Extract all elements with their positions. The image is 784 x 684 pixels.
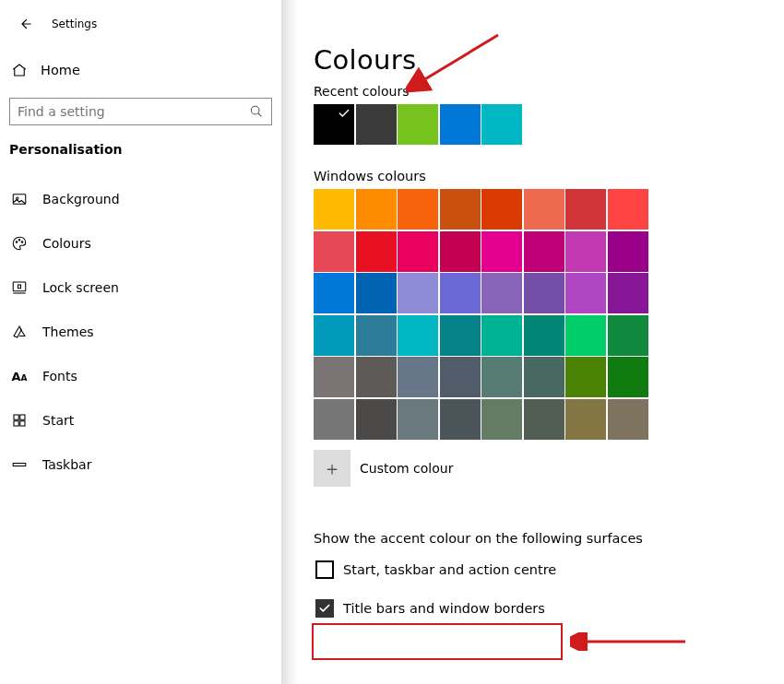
windows-colour-swatch[interactable] [356, 231, 397, 272]
recent-colour-swatch[interactable] [398, 104, 438, 145]
home-icon [11, 62, 28, 78]
svg-point-2 [17, 197, 18, 199]
windows-colour-swatch[interactable] [440, 315, 481, 356]
windows-colour-swatch[interactable] [314, 357, 354, 397]
windows-colour-swatch[interactable] [608, 189, 648, 230]
windows-colour-swatch[interactable] [440, 231, 481, 272]
windows-colour-swatch[interactable] [565, 273, 606, 313]
nav-label: Taskbar [42, 457, 91, 472]
windows-colour-swatch[interactable] [481, 189, 522, 230]
svg-rect-7 [18, 285, 21, 289]
sidebar-item-fonts[interactable]: AAFonts [0, 354, 281, 398]
windows-colour-swatch[interactable] [356, 315, 397, 356]
windows-colour-swatch[interactable] [398, 399, 438, 440]
checkbox-start-label: Start, taskbar and action centre [343, 562, 556, 577]
sidebar-item-lock-screen[interactable]: Lock screen [0, 265, 281, 310]
fonts-icon: AA [11, 368, 28, 384]
windows-colour-swatch[interactable] [565, 231, 606, 272]
back-arrow-icon [17, 16, 33, 32]
svg-point-3 [16, 242, 18, 243]
windows-colour-swatch[interactable] [481, 399, 522, 440]
windows-colour-swatch[interactable] [565, 189, 606, 230]
windows-colour-swatch[interactable] [481, 273, 522, 313]
checkbox-title-bars[interactable] [315, 599, 334, 618]
home-nav-item[interactable]: Home [0, 52, 281, 88]
windows-colour-swatch[interactable] [440, 399, 481, 440]
checkbox-row-titlebars[interactable]: Title bars and window borders [314, 594, 784, 623]
windows-colour-swatch[interactable] [524, 315, 564, 356]
header-row: Settings [0, 7, 281, 41]
windows-colour-swatch[interactable] [524, 189, 564, 230]
sidebar-item-start[interactable]: Start [0, 398, 281, 442]
windows-colour-swatch[interactable] [565, 315, 606, 356]
windows-colour-swatch[interactable] [565, 399, 606, 440]
windows-colour-swatch[interactable] [608, 273, 648, 313]
svg-point-5 [21, 242, 23, 243]
windows-colour-swatch[interactable] [314, 231, 354, 272]
sidebar-item-taskbar[interactable]: Taskbar [0, 442, 281, 487]
sidebar-item-themes[interactable]: Themes [0, 310, 281, 354]
checkbox-row-start[interactable]: Start, taskbar and action centre [314, 555, 784, 584]
windows-colour-swatch[interactable] [524, 399, 564, 440]
recent-colour-swatch[interactable] [356, 104, 397, 145]
nav-list: BackgroundColoursLock screenThemesAAFont… [0, 177, 281, 487]
windows-colour-swatch[interactable] [356, 189, 397, 230]
windows-colour-swatch[interactable] [524, 357, 564, 397]
nav-label: Themes [42, 324, 94, 339]
svg-rect-12 [13, 464, 26, 466]
nav-label: Lock screen [42, 280, 119, 295]
sidebar-item-colours[interactable]: Colours [0, 221, 281, 265]
check-icon [338, 106, 350, 124]
windows-colour-swatch[interactable] [608, 231, 648, 272]
recent-colour-swatch[interactable] [314, 104, 354, 145]
windows-colour-swatch[interactable] [314, 315, 354, 356]
windows-colour-swatch[interactable] [398, 357, 438, 397]
windows-colour-swatch[interactable] [524, 273, 564, 313]
windows-colour-swatch[interactable] [398, 273, 438, 313]
windows-colours-label: Windows colours [314, 169, 784, 183]
checkbox-start[interactable] [315, 560, 334, 579]
windows-colour-swatch[interactable] [608, 315, 648, 356]
recent-colours-label: Recent colours [314, 84, 784, 99]
windows-colours-grid [314, 189, 653, 441]
windows-colour-swatch[interactable] [314, 399, 354, 440]
windows-colour-swatch[interactable] [481, 315, 522, 356]
annotation-box-titlebars [312, 623, 563, 660]
windows-colour-swatch[interactable] [524, 231, 564, 272]
windows-colour-swatch[interactable] [440, 357, 481, 397]
search-input[interactable] [9, 98, 272, 125]
windows-colour-swatch[interactable] [608, 399, 648, 440]
windows-colour-swatch[interactable] [398, 231, 438, 272]
custom-colour-row: ＋ Custom colour [314, 450, 784, 487]
windows-colour-swatch[interactable] [608, 357, 648, 397]
recent-colour-swatch[interactable] [440, 104, 481, 145]
checkbox-title-bars-label: Title bars and window borders [343, 601, 545, 616]
windows-colour-swatch[interactable] [314, 189, 354, 230]
svg-rect-11 [20, 421, 25, 426]
sidebar-shadow [281, 0, 298, 684]
windows-colour-swatch[interactable] [356, 357, 397, 397]
svg-rect-9 [20, 415, 25, 419]
custom-colour-button[interactable]: ＋ [314, 450, 350, 487]
home-label: Home [41, 63, 80, 77]
nav-label: Start [42, 413, 74, 428]
recent-colour-swatch[interactable] [481, 104, 522, 145]
taskbar-icon [11, 456, 28, 473]
sidebar-item-background[interactable]: Background [0, 177, 281, 221]
svg-point-4 [18, 240, 20, 242]
windows-colour-swatch[interactable] [398, 189, 438, 230]
lock-screen-icon [11, 279, 28, 296]
back-button[interactable] [15, 14, 35, 34]
windows-colour-swatch[interactable] [565, 357, 606, 397]
windows-colour-swatch[interactable] [398, 315, 438, 356]
windows-colour-swatch[interactable] [481, 231, 522, 272]
section-header: Personalisation [0, 125, 281, 162]
windows-colour-swatch[interactable] [440, 273, 481, 313]
app-title: Settings [52, 18, 97, 30]
windows-colour-swatch[interactable] [481, 357, 522, 397]
windows-colour-swatch[interactable] [440, 189, 481, 230]
windows-colour-swatch[interactable] [314, 273, 354, 313]
windows-colour-swatch[interactable] [356, 273, 397, 313]
windows-colour-swatch[interactable] [356, 399, 397, 440]
svg-rect-6 [13, 282, 26, 291]
